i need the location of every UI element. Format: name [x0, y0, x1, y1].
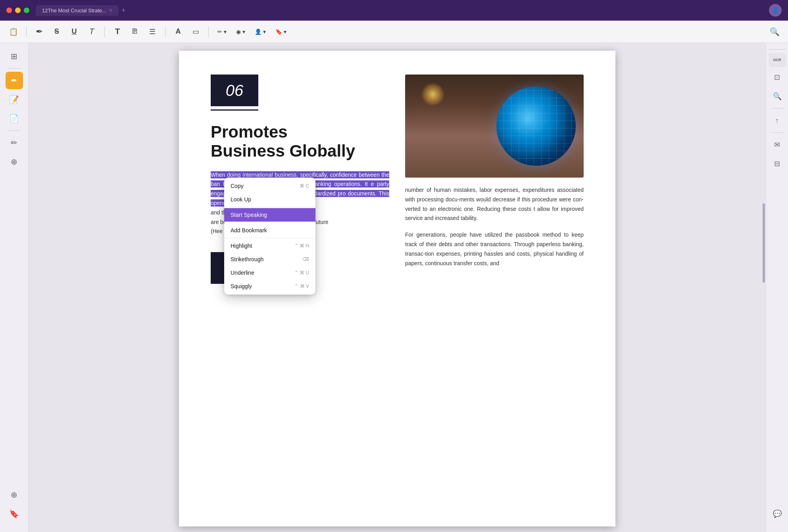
sidebar-layers-icon[interactable]: ⊕ — [6, 153, 23, 170]
menu-highlight[interactable]: Highlight ⌃ ⌘ H — [224, 239, 315, 253]
menu-strikethrough-shortcut: ⌫ — [302, 256, 309, 262]
right-comment-icon[interactable]: 💬 — [769, 505, 786, 522]
menu-highlight-shortcut: ⌃ ⌘ H — [294, 243, 309, 249]
menu-squiggly-shortcut: ⌃ ⌘ V — [294, 283, 309, 289]
user-avatar[interactable]: 👤 — [769, 4, 782, 17]
menu-copy-shortcut: ⌘ C — [300, 183, 309, 189]
active-tab[interactable]: 12The Most Crucial Strate... × — [36, 5, 119, 16]
sidebar-thumbnail-icon[interactable]: ⊞ — [6, 48, 23, 65]
scrollbar-thumb[interactable] — [763, 203, 765, 283]
maximize-button[interactable] — [24, 8, 29, 13]
menu-copy[interactable]: Copy ⌘ C — [224, 179, 315, 193]
right-sep-1 — [771, 108, 784, 109]
menu-start-speaking[interactable]: Start Speaking — [224, 208, 315, 222]
menu-separator-3 — [224, 238, 315, 238]
right-print-icon[interactable]: ⊟ — [769, 155, 786, 172]
menu-copy-label: Copy — [231, 183, 244, 189]
sidebar-sep-2 — [8, 130, 21, 131]
right-sidebar: OCR ⊡ 🔍 ↑ ✉ ⊟ 💬 — [766, 43, 788, 532]
brush-options-button[interactable]: ✏ ▾ — [214, 27, 230, 36]
sidebar-notes-icon[interactable]: 📝 — [6, 91, 23, 108]
tab-title: 12The Most Crucial Strate... — [42, 8, 106, 13]
chapter-number: 06 — [226, 82, 244, 100]
sidebar-bookmark-icon[interactable]: 🔖 — [6, 505, 23, 522]
content-area: 06 Promotes Business Globally When doing… — [29, 43, 766, 532]
context-menu: Copy ⌘ C Look Up Start Speaking Add Book… — [224, 178, 315, 295]
right-share-icon[interactable]: ↑ — [769, 112, 786, 129]
right-ocr-icon[interactable]: OCR — [769, 53, 786, 67]
menu-start-speaking-label: Start Speaking — [231, 212, 267, 218]
pen-tool-button[interactable]: ✒ — [32, 25, 46, 39]
chapter-underline — [211, 109, 258, 111]
sidebar-annotate-icon[interactable]: ✒ — [6, 72, 23, 89]
menu-underline-shortcut: ⌃ ⌘ U — [294, 270, 309, 276]
right-search-doc-icon[interactable]: 🔍 — [769, 88, 786, 105]
title-line-2: Business Globally — [211, 142, 389, 161]
tab-close-button[interactable]: × — [110, 8, 112, 13]
right-column: number of human mistakes, labor expenses… — [405, 75, 584, 284]
menu-add-bookmark-label: Add Bookmark — [231, 227, 267, 233]
minimize-button[interactable] — [15, 8, 21, 13]
globe-sphere — [496, 86, 576, 166]
color-picker-button[interactable]: ◉ ▾ — [233, 27, 248, 36]
sidebar-layers-bottom-icon[interactable]: ⊕ — [6, 486, 23, 503]
menu-lookup[interactable]: Look Up — [224, 193, 315, 206]
right-sidebar-bottom: 💬 — [769, 505, 786, 527]
sidebar-edit-icon[interactable]: ✏ — [6, 134, 23, 151]
list-tool-button[interactable]: ☰ — [145, 25, 160, 39]
globe-image — [405, 75, 584, 178]
document-view-button[interactable]: 📋 — [6, 25, 21, 39]
user-options-button[interactable]: 👤 ▾ — [252, 27, 269, 36]
menu-underline-label: Underline — [231, 270, 254, 276]
main-layout: ⊞ ✒ 📝 📄 ✏ ⊕ ⊕ 🔖 06 Promotes — [0, 43, 788, 532]
menu-underline[interactable]: Underline ⌃ ⌘ U — [224, 266, 315, 279]
right-sep-top — [769, 49, 786, 50]
menu-squiggly[interactable]: Squiggly ⌃ ⌘ V — [224, 279, 315, 293]
menu-separator-1 — [224, 207, 315, 207]
highlight-text-button[interactable]: A — [171, 25, 185, 39]
toolbar-separator-3 — [165, 26, 165, 37]
toolbar-separator-2 — [104, 26, 105, 37]
chapter-box: 06 — [211, 75, 258, 106]
body-text-right-bottom: For generations, people have utilized th… — [405, 230, 584, 268]
underline-button[interactable]: U — [67, 25, 81, 39]
right-sep-2 — [771, 132, 784, 133]
right-scan-icon[interactable]: ⊡ — [769, 69, 786, 86]
bold-text-button[interactable]: T — [110, 25, 125, 39]
toolbar-right: 🔍 — [767, 25, 782, 39]
menu-add-bookmark[interactable]: Add Bookmark — [224, 224, 315, 237]
search-button[interactable]: 🔍 — [767, 25, 782, 39]
strikethrough-button[interactable]: S — [50, 25, 64, 39]
title-line-1: Promotes — [211, 122, 389, 142]
text-tool-button[interactable]: T — [85, 25, 99, 39]
scrollbar[interactable] — [763, 47, 765, 438]
toolbar-separator-1 — [26, 26, 27, 37]
menu-squiggly-label: Squiggly — [231, 283, 252, 289]
menu-strikethrough-label: Strikethrough — [231, 256, 263, 262]
menu-highlight-label: Highlight — [231, 243, 252, 249]
menu-lookup-label: Look Up — [231, 196, 251, 203]
close-button[interactable] — [6, 8, 12, 13]
sidebar-sep-1 — [8, 68, 21, 69]
text-box-button[interactable]: 🖹 — [128, 25, 142, 39]
new-tab-button[interactable]: + — [122, 7, 125, 14]
right-mail-icon[interactable]: ✉ — [769, 136, 786, 153]
sidebar-bottom: ⊕ 🔖 — [6, 486, 23, 527]
menu-strikethrough[interactable]: Strikethrough ⌫ — [224, 253, 315, 266]
menu-separator-2 — [224, 222, 315, 223]
shape-fill-button[interactable]: ▭ — [188, 25, 203, 39]
titlebar: 12The Most Crucial Strate... × + 👤 — [0, 0, 788, 21]
body-text-right-top: number of human mistakes, labor expenses… — [405, 186, 584, 223]
sidebar-pages-icon[interactable]: 📄 — [6, 110, 23, 127]
left-sidebar: ⊞ ✒ 📝 📄 ✏ ⊕ ⊕ 🔖 — [0, 43, 29, 532]
globe-grid-lines — [496, 86, 576, 166]
section-title: Promotes Business Globally — [211, 122, 389, 161]
stamp-options-button[interactable]: 🔖 ▾ — [272, 27, 290, 36]
toolbar: 📋 ✒ S U T T 🖹 ☰ A ▭ ✏ ▾ ◉ ▾ 👤 ▾ 🔖 ▾ 🔍 — [0, 21, 788, 43]
toolbar-separator-4 — [208, 26, 209, 37]
traffic-lights — [6, 8, 29, 13]
globe-visual — [405, 75, 584, 178]
